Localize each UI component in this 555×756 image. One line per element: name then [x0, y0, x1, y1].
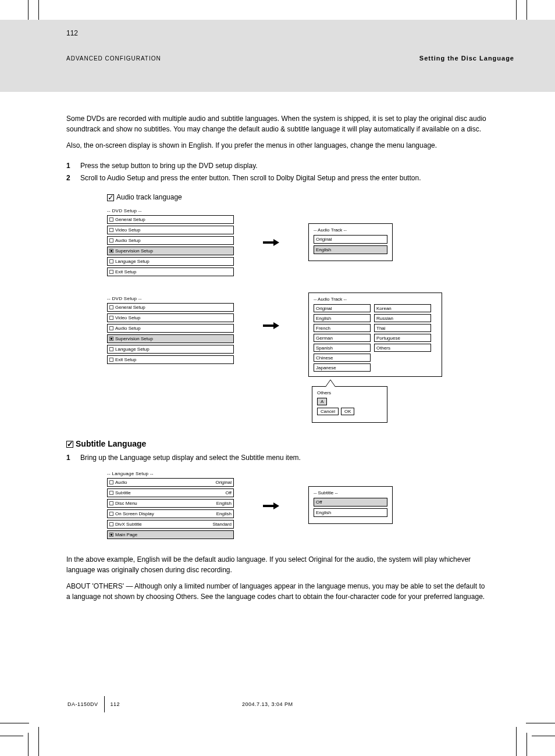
intro-para-1: Some DVDs are recorded with multiple aud… [66, 113, 489, 134]
subtitle-box: -- Subtitle -- OffEnglish [308, 486, 393, 524]
language-option: Japanese [314, 363, 371, 372]
menu-row: Video Setup [107, 226, 234, 234]
menu-row: Exit Setup [107, 268, 234, 276]
page-title: Setting the Disc Language [419, 55, 514, 62]
option-row: English [314, 508, 387, 517]
check-icon [107, 194, 114, 201]
language-option: Thai [374, 324, 431, 332]
step-2: 2 Scroll to Audio Setup and press the en… [66, 173, 489, 183]
section-label: ADVANCED CONFIGURATION [66, 55, 161, 62]
language-option: French [314, 324, 371, 332]
language-setup-menu: -- Language Setup -- AudioOriginalSubtit… [107, 471, 234, 539]
menu-row: Language Setup [107, 345, 234, 354]
page-number-top: 112 [66, 29, 514, 37]
arrow-icon [263, 238, 279, 245]
menu-row: Exit Setup [107, 355, 234, 364]
language-option: English [314, 314, 371, 322]
menu-row: Main Page [107, 530, 234, 539]
cancel-chip: Cancel [317, 408, 339, 415]
language-option: Spanish [314, 344, 371, 352]
dvd-setup-menu-2: -- DVD Setup -- General SetupVideo Setup… [107, 296, 234, 364]
menu-row: SubtitleOff [107, 488, 234, 497]
language-option: Portuguese [374, 334, 431, 342]
figure-row-1: -- DVD Setup -- General SetupVideo Setup… [107, 208, 489, 276]
option-row: Original [314, 235, 387, 244]
check-icon [66, 441, 73, 448]
others-input-box: Others A CancelOK [312, 386, 387, 423]
option-row: English [314, 245, 387, 254]
subtitle-section-title: Subtitle Language [66, 439, 489, 448]
language-option: Others [374, 344, 431, 352]
arrow-icon [263, 322, 279, 329]
audio-track-box: -- Audio Track -- OriginalEnglish [308, 223, 393, 261]
closing-para-2: ABOUT 'OTHERS' — Although only a limited… [66, 581, 489, 602]
figure-row-3: -- Language Setup -- AudioOriginalSubtit… [107, 471, 489, 539]
menu-row: Audio Setup [107, 236, 234, 245]
option-row: Off [314, 498, 387, 507]
menu-row: DivX SubtitleStandard [107, 520, 234, 529]
menu-row: AudioOriginal [107, 478, 234, 487]
checkbox-audio-track: Audio track language [107, 193, 489, 201]
ok-chip: OK [341, 408, 355, 415]
figure-row-2: -- DVD Setup -- General SetupVideo Setup… [107, 293, 489, 423]
language-option: German [314, 334, 371, 342]
menu-row: Video Setup [107, 313, 234, 322]
menu-row: Disc MenuEnglish [107, 499, 234, 508]
menu-row: General Setup [107, 303, 234, 312]
arrow-icon [263, 502, 279, 509]
menu-row: On Screen DisplayEnglish [107, 509, 234, 518]
others-char-a: A [317, 398, 327, 405]
language-option: Russian [374, 314, 431, 322]
subtitle-step-1: 1 Bring up the Language setup display an… [66, 453, 489, 463]
step-1: 1 Press the setup button to bring up the… [66, 161, 489, 171]
menu-row: Language Setup [107, 257, 234, 266]
language-option: Original [314, 304, 371, 312]
menu-row: General Setup [107, 215, 234, 224]
menu-row: Audio Setup [107, 324, 234, 333]
menu-row: Supervision Setup [107, 247, 234, 255]
footer-imprint: DA-1150DV 112 2004.7.13, 3:04 PM [67, 696, 293, 712]
closing-para-1: In the above example, English will be th… [66, 554, 489, 575]
language-option: Chinese [314, 354, 371, 362]
intro-para-2: Also, the on-screen display is shown in … [66, 140, 489, 151]
dvd-setup-menu-1: -- DVD Setup -- General SetupVideo Setup… [107, 208, 234, 276]
language-option: Korean [374, 304, 431, 312]
menu-row: Supervision Setup [107, 334, 234, 343]
language-list-box: -- Audio Track -- OriginalEnglishFrenchG… [308, 293, 442, 377]
